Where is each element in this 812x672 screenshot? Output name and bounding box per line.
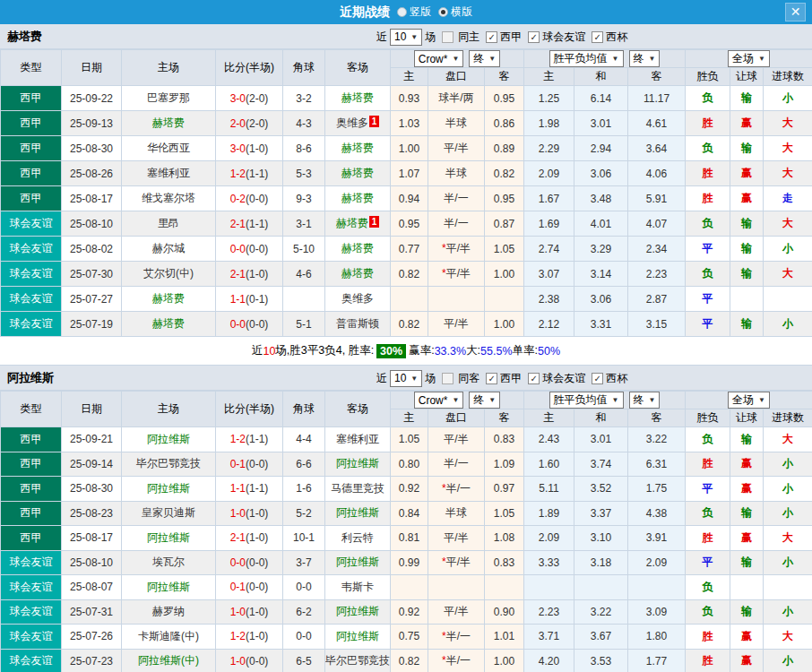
final-odds-select[interactable]: 终▼ [469,392,500,409]
result-goals-cell: 小 [764,452,812,477]
match-row: 球会友谊25-07-19赫塔费0-0(0-0)5-1普雷斯顿0.82平/半1.0… [1,312,812,337]
same-home-checkbox[interactable] [442,31,454,43]
corner-cell: 9-3 [283,186,325,211]
match-date-cell: 25-09-14 [62,452,122,477]
radio-horizontal-layout[interactable]: 横版 [438,4,472,20]
handicap-home-odds-cell: 1.07 [391,161,428,186]
same-away-checkbox[interactable] [442,373,454,384]
team-name[interactable]: 赫塔费 [341,267,374,280]
match-date-cell: 25-08-10 [62,211,122,237]
team-name[interactable]: 赫塔费 [336,217,368,229]
wdl-average-select[interactable]: 胜平负均值▼ [549,50,624,67]
corner-cell: 3-7 [283,550,325,575]
col-odds-draw: 和 [574,409,628,427]
wdl-average-select[interactable]: 胜平负均值▼ [549,392,624,409]
odds-loss-cell: 3.91 [628,526,686,551]
close-button[interactable]: ✕ [785,3,806,22]
fulltime-select[interactable]: 全场▼ [728,50,770,67]
team-name[interactable]: 阿拉维斯 [147,531,190,544]
match-date-cell: 25-07-19 [62,312,122,337]
team-name[interactable]: 阿拉维斯 [336,605,379,617]
handicap-dropdown-group: Crow*▼ 终▼ [391,392,524,409]
match-date-cell: 25-08-26 [62,161,122,186]
bookmaker-select[interactable]: Crow*▼ [414,392,464,409]
team-name[interactable]: 阿拉维斯 [336,630,379,642]
team-name[interactable]: 阿拉维斯 [147,433,190,445]
cup-checkbox[interactable]: ✓ [592,373,603,384]
radio-checked-icon[interactable] [438,7,448,17]
halftime-score: (1-1) [246,433,268,445]
away-team-cell: 阿拉维斯 [325,452,391,477]
corner-cell [283,287,325,312]
team-name[interactable]: 赫塔费 [152,292,185,305]
handicap-home-odds-cell: 1.05 [391,427,428,452]
team-name[interactable]: 阿拉维斯 [336,457,379,470]
handicap-rate-label: 赢率: [409,343,434,358]
team-name[interactable]: 阿拉维斯 [336,556,379,568]
away-team-cell: 马德里竞技 [325,477,391,502]
filter-controls: 近 10▼ 场 同主 ✓ 西甲 ✓ 球会友谊 ✓ 西杯 [376,24,627,49]
radio-icon[interactable] [397,7,407,17]
section-team-name: 阿拉维斯 [0,370,54,386]
final-odds-select2[interactable]: 终▼ [629,392,661,409]
team-name[interactable]: 赫塔费 [341,91,374,104]
match-date-cell: 25-09-22 [62,86,122,111]
result-winloss-cell: 胜 [686,452,730,477]
odds-draw-cell: 3.53 [574,649,628,672]
liga-checkbox[interactable]: ✓ [486,373,497,384]
match-count-select[interactable]: 10▼ [390,29,422,46]
team-name[interactable]: 赫塔费 [152,317,185,330]
handicap-line-cell: 半/一 [428,211,485,237]
friendly-checkbox[interactable]: ✓ [528,31,540,43]
liga-checkbox[interactable]: ✓ [486,31,497,43]
bookmaker-select[interactable]: Crow*▼ [414,50,464,67]
odds-draw-cell: 3.06 [574,161,628,186]
team-name[interactable]: 赫塔费 [341,142,374,154]
handicap-dropdown-group: Crow*▼ 终▼ [391,50,524,68]
section-team-name: 赫塔费 [0,29,42,45]
team-name[interactable]: 阿拉维斯 [147,581,190,593]
red-card-badge: 1 [369,216,379,228]
team-name[interactable]: 阿拉维斯 [147,482,190,495]
league-type-cell: 西甲 [1,477,62,502]
team-name[interactable]: 阿拉维斯 [336,506,379,519]
result-handicap-cell: 输 [730,86,764,111]
fulltime-select[interactable]: 全场▼ [728,392,770,409]
liga-label: 西甲 [500,371,522,386]
away-team-cell: 阿拉维斯 [325,625,391,650]
cup-checkbox[interactable]: ✓ [592,31,603,43]
odds-loss-cell: 1.75 [628,477,686,502]
handicap-home-odds-cell: 1.03 [391,111,428,136]
filter-controls: 近 10▼ 场 同客 ✓ 西甲 ✓ 球会友谊 ✓ 西杯 [376,366,627,391]
team-name[interactable]: 赫塔费 [341,192,374,204]
chevron-down-icon: ▼ [612,55,619,63]
friendly-checkbox[interactable]: ✓ [528,373,540,384]
handicap-away-odds-cell: 0.83 [485,550,524,575]
team-name[interactable]: 赫塔费 [152,116,185,129]
halftime-score: (0-0) [246,318,268,331]
team-name[interactable]: 赫塔费 [341,167,374,179]
league-type-cell: 西甲 [1,452,62,477]
radio-vertical-layout[interactable]: 竖版 [397,4,431,20]
odds-loss-cell: 3.15 [628,312,686,337]
final-odds-select2[interactable]: 终▼ [629,50,661,67]
score-cell: 0-0(0-0) [216,550,283,575]
col-odds-win: 主 [524,409,574,427]
result-winloss-cell: 平 [686,312,730,337]
col-odds-loss: 客 [628,68,686,86]
score-cell: 1-1(0-1) [216,287,283,312]
match-date-cell: 25-08-07 [62,575,122,600]
result-goals-cell: 大 [764,211,812,237]
col-handicap-away: 客 [485,68,524,86]
final-odds-select[interactable]: 终▼ [469,50,500,67]
result-handicap-cell: 输 [730,262,764,287]
away-team-cell: 赫塔费 [325,86,391,111]
team-name: 利云特 [341,531,374,544]
match-count-select[interactable]: 10▼ [390,370,422,387]
score-cell: 3-0(1-0) [216,136,283,161]
corner-cell: 4-6 [283,262,325,287]
team-name[interactable]: 赫塔费 [341,242,374,254]
team-name[interactable]: 阿拉维斯(中) [138,654,199,667]
home-team-cell: 阿拉维斯(中) [122,649,216,672]
corner-cell: 0-0 [283,575,325,600]
